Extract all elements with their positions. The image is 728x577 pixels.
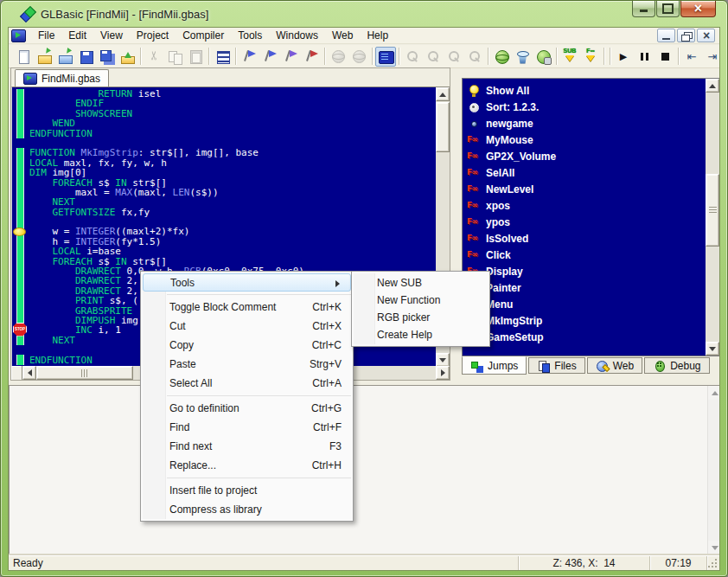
menu-item-select-all[interactable]: Select AllCtrl+A	[141, 374, 353, 393]
scroll-thumb[interactable]	[706, 174, 719, 247]
find-in-files-button[interactable]	[444, 47, 464, 67]
jump-item-gp2x-volume[interactable]: GP2X_Volume	[466, 148, 706, 164]
tab-files[interactable]: Files	[528, 357, 584, 374]
open-file-button[interactable]	[34, 47, 54, 67]
menu-web[interactable]: Web	[325, 29, 360, 42]
scroll-right-button[interactable]	[436, 366, 450, 380]
jump-item-click[interactable]: Click	[466, 247, 706, 263]
jump-item-newlevel[interactable]: NewLevel	[466, 181, 706, 197]
resize-grip[interactable]	[706, 556, 719, 570]
jump-item-newgame[interactable]: newgame	[466, 115, 706, 131]
mdi-minimize-button[interactable]	[657, 29, 675, 42]
jump-item-ypos[interactable]: ypos	[466, 214, 706, 230]
find-button[interactable]	[402, 47, 423, 67]
format-lines-button[interactable]	[212, 47, 233, 67]
jump-item-selall[interactable]: SelAll	[466, 164, 706, 181]
menu-item-tools[interactable]: Tools	[143, 273, 351, 292]
menu-windows[interactable]: Windows	[269, 29, 325, 42]
web-forward-button[interactable]	[348, 47, 369, 67]
menu-tools[interactable]: Tools	[231, 29, 269, 42]
bookmark-prev-button[interactable]	[280, 47, 301, 67]
menu-view[interactable]: View	[93, 29, 130, 42]
mdi-close-button[interactable]	[697, 29, 715, 42]
menu-help[interactable]: Help	[360, 29, 395, 42]
editor-view-button[interactable]	[375, 47, 396, 67]
goto-function-button[interactable]: F∞	[580, 47, 601, 67]
menu-project[interactable]: Project	[130, 29, 176, 42]
jump-item-show-all[interactable]: Show All	[466, 82, 706, 99]
indent-decrease-button[interactable]	[681, 47, 702, 67]
menu-item-copy[interactable]: CopyCtrl+C	[141, 336, 353, 355]
clean-build-button[interactable]	[512, 47, 533, 67]
bookmark-toggle-button[interactable]	[239, 47, 259, 67]
menu-item-cut[interactable]: CutCtrl+X	[141, 317, 353, 336]
titlebar[interactable]: GLBasic [FindMii] - [FindMii.gbas]	[1, 1, 727, 27]
cut-button[interactable]	[144, 47, 164, 67]
breakpoint-stop-marker[interactable]	[13, 323, 27, 337]
bookmark-marker[interactable]	[13, 228, 26, 236]
submenu-item-create-help[interactable]: Create Help	[352, 326, 489, 343]
stop-button[interactable]	[655, 47, 675, 67]
submenu-item-rgb-picker[interactable]: RGB picker	[352, 309, 489, 326]
menu-item-go-to-definition[interactable]: Go to definitionCtrl+G	[141, 399, 353, 418]
menu-item-insert-file-to-project[interactable]: Insert file to project	[141, 481, 353, 500]
output-scrollbar[interactable]	[707, 386, 720, 555]
tab-web[interactable]: Web	[587, 357, 642, 374]
tab-findmii-gbas[interactable]: FindMii.gbas	[15, 69, 109, 87]
replace-button[interactable]	[464, 47, 485, 67]
jump-item-xpos[interactable]: xpos	[466, 197, 706, 214]
jump-item-gamesetup[interactable]: GameSetup	[466, 329, 706, 345]
indent-increase-button[interactable]	[702, 47, 720, 67]
submenu-item-new-sub[interactable]: New SUB	[352, 274, 489, 292]
editor-gutter[interactable]	[12, 87, 29, 367]
scroll-thumb[interactable]	[36, 366, 133, 380]
web-back-button[interactable]	[328, 47, 348, 67]
save-all-button[interactable]	[96, 47, 117, 67]
jumps-scrollbar[interactable]	[706, 79, 719, 356]
splitter-box[interactable]	[11, 366, 22, 380]
menu-edit[interactable]: Edit	[61, 29, 93, 42]
run-button[interactable]	[613, 47, 634, 67]
jump-item-mkimgstrip[interactable]: MkImgStrip	[466, 312, 706, 329]
jump-item-menu[interactable]: Menu	[466, 296, 706, 312]
tab-debug[interactable]: Debug	[644, 357, 709, 374]
find-next-button[interactable]	[423, 47, 444, 67]
jump-item-mymouse[interactable]: MyMouse	[466, 131, 706, 148]
jump-item-display[interactable]: Display	[466, 263, 706, 279]
mdi-restore-button[interactable]	[677, 29, 695, 42]
scroll-down-button[interactable]	[436, 353, 450, 367]
syntax-check-button[interactable]	[491, 47, 512, 67]
copy-button[interactable]	[164, 47, 185, 67]
scroll-thumb[interactable]	[436, 102, 450, 152]
new-file-button[interactable]	[13, 47, 34, 67]
menu-compiler[interactable]: Compiler	[176, 29, 231, 42]
menu-item-replace[interactable]: Replace...Ctrl+H	[141, 456, 353, 475]
scroll-down-button[interactable]	[706, 342, 719, 356]
build-multi-button[interactable]	[533, 47, 553, 67]
bookmark-next-button[interactable]	[259, 47, 280, 67]
minimize-button[interactable]	[632, 1, 655, 17]
save-button[interactable]	[75, 47, 96, 67]
menu-item-find-next[interactable]: Find nextF3	[141, 437, 353, 456]
menu-item-paste[interactable]: PasteStrg+V	[141, 355, 353, 374]
menu-item-find[interactable]: FindCtrl+F	[141, 418, 353, 437]
tab-jumps[interactable]: Jumps	[462, 356, 527, 375]
pause-button[interactable]	[634, 47, 655, 67]
goto-sub-button[interactable]: SUB	[559, 47, 580, 67]
scroll-left-button[interactable]	[22, 366, 36, 380]
maximize-button[interactable]	[656, 1, 680, 17]
jump-item-painter[interactable]: Painter	[466, 279, 706, 296]
export-project-button[interactable]	[117, 47, 137, 67]
jump-item-issolved[interactable]: IsSolved	[466, 230, 706, 247]
scroll-up-button[interactable]	[436, 87, 450, 101]
open-project-button[interactable]	[54, 47, 75, 67]
submenu-item-new-function[interactable]: New Function	[352, 292, 489, 309]
menu-item-toggle-block-comment[interactable]: Toggle Block CommentCtrl+K	[141, 298, 353, 317]
scroll-down-button[interactable]	[708, 541, 720, 555]
paste-button[interactable]	[185, 47, 206, 67]
jump-item-sort-1-2-3[interactable]: Sort: 1.2.3.	[466, 99, 706, 115]
close-button[interactable]	[680, 1, 716, 17]
scroll-up-button[interactable]	[708, 386, 720, 400]
scroll-up-button[interactable]	[706, 79, 719, 93]
menu-file[interactable]: File	[31, 29, 61, 42]
